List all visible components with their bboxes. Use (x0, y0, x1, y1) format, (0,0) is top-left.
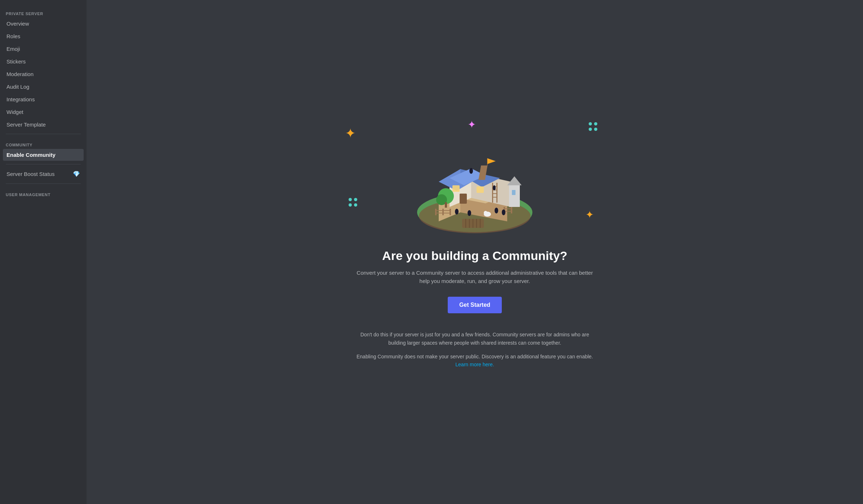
community-illustration (399, 129, 550, 238)
info-text-1: Don't do this if your server is just for… (352, 331, 597, 347)
svg-point-44 (484, 211, 487, 215)
svg-point-41 (493, 185, 496, 190)
sidebar-divider-3 (6, 184, 81, 184)
sidebar-item-label-stickers: Stickers (6, 58, 26, 65)
svg-rect-11 (452, 185, 460, 192)
page-subtitle: Convert your server to a Community serve… (352, 269, 597, 285)
sidebar-item-enable-community[interactable]: Enable Community (3, 149, 84, 161)
svg-point-39 (495, 208, 498, 213)
svg-rect-21 (445, 202, 447, 208)
sidebar-item-integrations[interactable]: Integrations (3, 93, 84, 105)
star-gold-topleft-icon: ✦ (345, 126, 356, 141)
page-title: Are you building a Community? (349, 248, 601, 263)
sidebar-item-emoji[interactable]: Emoji (3, 43, 84, 55)
svg-point-42 (469, 168, 473, 174)
svg-marker-18 (487, 158, 496, 164)
sidebar-item-stickers[interactable]: Stickers (3, 56, 84, 67)
svg-rect-12 (477, 186, 484, 193)
sidebar-item-audit-log[interactable]: Audit Log (3, 81, 84, 93)
sidebar-item-label-overview: Overview (6, 21, 29, 27)
sidebar-divider-2 (6, 164, 81, 164)
private-server-section-label: PRIVATE SERVER (3, 6, 84, 17)
sidebar-item-widget[interactable]: Widget (3, 106, 84, 118)
sidebar-item-label-emoji: Emoji (6, 46, 20, 52)
sidebar-item-server-boost-status[interactable]: Server Boost Status 💎 (3, 168, 84, 180)
sidebar-item-label-moderation: Moderation (6, 71, 34, 77)
sidebar: PRIVATE SERVER Overview Roles Emoji Stic… (0, 0, 87, 504)
content-wrapper: ✦ ✦ ✦ (341, 115, 608, 389)
star-gold-bottomright-icon: ✦ (585, 209, 594, 221)
learn-more-link[interactable]: Learn more here. (455, 362, 494, 367)
info-text-2: Enabling Community does not make your se… (352, 353, 597, 369)
svg-marker-15 (507, 176, 522, 185)
get-started-button[interactable]: Get Started (448, 297, 502, 313)
svg-point-37 (455, 209, 459, 215)
svg-rect-13 (460, 194, 467, 204)
svg-point-38 (468, 210, 471, 216)
user-management-section-label: USER MANAGEMENT (3, 187, 84, 198)
svg-rect-16 (512, 190, 515, 195)
community-section-label: COMMUNITY (3, 137, 84, 149)
sidebar-divider-1 (6, 134, 81, 134)
sidebar-item-label-server-template: Server Template (6, 121, 46, 128)
boost-status-inner: Server Boost Status 💎 (6, 171, 80, 177)
sidebar-item-label-enable-community: Enable Community (6, 152, 56, 158)
star-pink-topmiddle-icon: ✦ (468, 119, 476, 131)
boost-gem-icon: 💎 (73, 171, 80, 177)
sidebar-item-moderation[interactable]: Moderation (3, 68, 84, 80)
svg-point-40 (502, 209, 505, 215)
svg-rect-32 (496, 183, 497, 203)
svg-rect-24 (450, 209, 451, 215)
sidebar-item-label-audit-log: Audit Log (6, 84, 29, 90)
dots-teal-topright-icon (589, 122, 597, 131)
sidebar-item-roles[interactable]: Roles (3, 30, 84, 42)
sidebar-item-label-widget: Widget (6, 109, 23, 115)
svg-rect-23 (442, 209, 444, 215)
info-text-2-part1: Enabling Community does not make your se… (357, 354, 593, 359)
sidebar-item-label-roles: Roles (6, 33, 20, 39)
main-content: ✦ ✦ ✦ (87, 0, 863, 504)
svg-rect-14 (509, 185, 520, 207)
sidebar-item-label-server-boost: Server Boost Status (6, 171, 54, 177)
svg-rect-31 (492, 183, 493, 203)
sidebar-item-label-integrations: Integrations (6, 96, 35, 102)
dots-teal-topleft-icon (349, 198, 357, 207)
sidebar-item-server-template[interactable]: Server Template (3, 119, 84, 131)
svg-rect-22 (435, 209, 437, 215)
svg-rect-28 (511, 207, 512, 213)
sidebar-item-overview[interactable]: Overview (3, 18, 84, 30)
isometric-svg (399, 129, 550, 238)
